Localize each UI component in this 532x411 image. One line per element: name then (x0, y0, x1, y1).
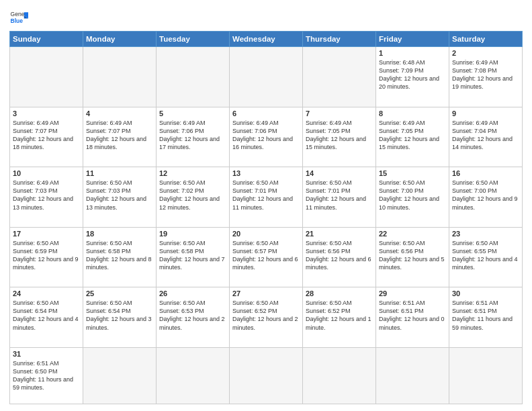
day-info: Sunrise: 6:49 AM Sunset: 7:03 PM Dayligh… (13, 179, 73, 210)
day-number: 10 (13, 169, 80, 177)
weekday-header-saturday: Saturday (449, 32, 523, 47)
day-number: 13 (232, 169, 300, 177)
day-cell: 29Sunrise: 6:51 AM Sunset: 6:51 PM Dayli… (376, 287, 449, 348)
day-number: 29 (379, 289, 446, 298)
day-info: Sunrise: 6:49 AM Sunset: 7:08 PM Dayligh… (452, 59, 513, 90)
weekday-header-tuesday: Tuesday (157, 32, 230, 47)
calendar-table: SundayMondayTuesdayWednesdayThursdayFrid… (9, 31, 523, 404)
day-info: Sunrise: 6:50 AM Sunset: 6:54 PM Dayligh… (86, 300, 152, 330)
day-info: Sunrise: 6:48 AM Sunset: 7:09 PM Dayligh… (379, 59, 439, 90)
day-cell (230, 47, 303, 107)
day-number: 3 (13, 109, 80, 118)
day-cell: 22Sunrise: 6:50 AM Sunset: 6:56 PM Dayli… (376, 227, 449, 287)
day-cell (10, 47, 83, 107)
day-cell: 2Sunrise: 6:49 AM Sunset: 7:08 PM Daylig… (449, 47, 523, 107)
day-info: Sunrise: 6:50 AM Sunset: 6:57 PM Dayligh… (232, 240, 298, 271)
day-info: Sunrise: 6:50 AM Sunset: 6:55 PM Dayligh… (452, 240, 518, 271)
day-cell: 24Sunrise: 6:50 AM Sunset: 6:54 PM Dayli… (10, 287, 83, 348)
week-row-1: 3Sunrise: 6:49 AM Sunset: 7:07 PM Daylig… (10, 107, 523, 167)
day-cell (83, 347, 157, 404)
day-cell: 13Sunrise: 6:50 AM Sunset: 7:01 PM Dayli… (230, 167, 303, 228)
day-info: Sunrise: 6:50 AM Sunset: 7:00 PM Dayligh… (452, 179, 518, 210)
day-cell: 23Sunrise: 6:50 AM Sunset: 6:55 PM Dayli… (449, 227, 523, 287)
day-cell: 12Sunrise: 6:50 AM Sunset: 7:02 PM Dayli… (157, 167, 230, 228)
day-number: 6 (232, 109, 300, 118)
day-number: 25 (86, 289, 153, 298)
day-info: Sunrise: 6:50 AM Sunset: 6:58 PM Dayligh… (86, 240, 152, 271)
weekday-header-monday: Monday (83, 32, 157, 47)
day-number: 31 (13, 350, 80, 358)
day-cell: 16Sunrise: 6:50 AM Sunset: 7:00 PM Dayli… (449, 167, 523, 228)
day-cell: 11Sunrise: 6:50 AM Sunset: 7:03 PM Dayli… (83, 167, 157, 228)
header: General Blue (9, 8, 523, 27)
day-number: 27 (232, 289, 300, 298)
day-cell: 18Sunrise: 6:50 AM Sunset: 6:58 PM Dayli… (83, 227, 157, 287)
calendar-page: General Blue SundayMondayTuesdayWednesda… (0, 0, 532, 411)
day-number: 4 (86, 109, 153, 118)
day-info: Sunrise: 6:49 AM Sunset: 7:05 PM Dayligh… (379, 120, 439, 150)
day-info: Sunrise: 6:49 AM Sunset: 7:04 PM Dayligh… (452, 120, 513, 150)
day-info: Sunrise: 6:51 AM Sunset: 6:50 PM Dayligh… (13, 360, 73, 391)
day-info: Sunrise: 6:51 AM Sunset: 6:51 PM Dayligh… (452, 300, 513, 330)
day-number: 2 (452, 49, 519, 57)
day-cell: 6Sunrise: 6:49 AM Sunset: 7:06 PM Daylig… (230, 107, 303, 167)
day-cell: 21Sunrise: 6:50 AM Sunset: 6:56 PM Dayli… (303, 227, 376, 287)
day-cell (83, 47, 157, 107)
generalblue-logo-icon: General Blue (9, 8, 28, 27)
week-row-3: 17Sunrise: 6:50 AM Sunset: 6:59 PM Dayli… (10, 227, 523, 287)
day-cell (157, 47, 230, 107)
logo: General Blue (9, 8, 28, 27)
week-row-4: 24Sunrise: 6:50 AM Sunset: 6:54 PM Dayli… (10, 287, 523, 348)
day-number: 9 (452, 109, 519, 118)
day-cell: 14Sunrise: 6:50 AM Sunset: 7:01 PM Dayli… (303, 167, 376, 228)
day-number: 21 (306, 230, 373, 238)
day-cell (376, 347, 449, 404)
day-number: 17 (13, 230, 80, 238)
day-info: Sunrise: 6:50 AM Sunset: 6:52 PM Dayligh… (306, 300, 371, 330)
day-info: Sunrise: 6:51 AM Sunset: 6:51 PM Dayligh… (379, 300, 445, 330)
day-info: Sunrise: 6:50 AM Sunset: 7:01 PM Dayligh… (232, 179, 293, 210)
day-cell: 3Sunrise: 6:49 AM Sunset: 7:07 PM Daylig… (10, 107, 83, 167)
day-info: Sunrise: 6:50 AM Sunset: 6:58 PM Dayligh… (159, 240, 225, 271)
weekday-header-thursday: Thursday (303, 32, 376, 47)
day-number: 28 (306, 289, 373, 298)
day-cell (157, 347, 230, 404)
day-cell: 5Sunrise: 6:49 AM Sunset: 7:06 PM Daylig… (157, 107, 230, 167)
week-row-2: 10Sunrise: 6:49 AM Sunset: 7:03 PM Dayli… (10, 167, 523, 228)
day-cell: 27Sunrise: 6:50 AM Sunset: 6:52 PM Dayli… (230, 287, 303, 348)
day-cell: 4Sunrise: 6:49 AM Sunset: 7:07 PM Daylig… (83, 107, 157, 167)
day-number: 16 (452, 169, 519, 177)
day-info: Sunrise: 6:50 AM Sunset: 7:03 PM Dayligh… (86, 179, 146, 210)
day-cell: 25Sunrise: 6:50 AM Sunset: 6:54 PM Dayli… (83, 287, 157, 348)
day-info: Sunrise: 6:50 AM Sunset: 7:00 PM Dayligh… (379, 179, 439, 210)
day-info: Sunrise: 6:50 AM Sunset: 6:53 PM Dayligh… (159, 300, 225, 330)
day-info: Sunrise: 6:49 AM Sunset: 7:06 PM Dayligh… (232, 120, 293, 150)
day-number: 1 (379, 49, 446, 57)
day-info: Sunrise: 6:50 AM Sunset: 6:59 PM Dayligh… (13, 240, 79, 271)
day-cell (303, 347, 376, 404)
day-number: 20 (232, 230, 300, 238)
day-number: 15 (379, 169, 446, 177)
day-cell: 19Sunrise: 6:50 AM Sunset: 6:58 PM Dayli… (157, 227, 230, 287)
day-cell (449, 347, 523, 404)
svg-text:Blue: Blue (11, 17, 24, 24)
day-number: 5 (159, 109, 226, 118)
day-cell: 31Sunrise: 6:51 AM Sunset: 6:50 PM Dayli… (10, 347, 83, 404)
day-cell: 1Sunrise: 6:48 AM Sunset: 7:09 PM Daylig… (376, 47, 449, 107)
day-number: 11 (86, 169, 153, 177)
day-cell: 10Sunrise: 6:49 AM Sunset: 7:03 PM Dayli… (10, 167, 83, 228)
day-cell: 15Sunrise: 6:50 AM Sunset: 7:00 PM Dayli… (376, 167, 449, 228)
day-number: 30 (452, 289, 519, 298)
day-info: Sunrise: 6:49 AM Sunset: 7:06 PM Dayligh… (159, 120, 220, 150)
day-number: 26 (159, 289, 226, 298)
day-cell: 28Sunrise: 6:50 AM Sunset: 6:52 PM Dayli… (303, 287, 376, 348)
day-info: Sunrise: 6:50 AM Sunset: 6:56 PM Dayligh… (306, 240, 371, 271)
day-cell: 17Sunrise: 6:50 AM Sunset: 6:59 PM Dayli… (10, 227, 83, 287)
weekday-header-row: SundayMondayTuesdayWednesdayThursdayFrid… (10, 32, 523, 47)
day-number: 18 (86, 230, 153, 238)
day-number: 22 (379, 230, 446, 238)
day-info: Sunrise: 6:50 AM Sunset: 6:56 PM Dayligh… (379, 240, 445, 271)
day-info: Sunrise: 6:49 AM Sunset: 7:05 PM Dayligh… (306, 120, 366, 150)
weekday-header-sunday: Sunday (10, 32, 83, 47)
day-cell: 30Sunrise: 6:51 AM Sunset: 6:51 PM Dayli… (449, 287, 523, 348)
